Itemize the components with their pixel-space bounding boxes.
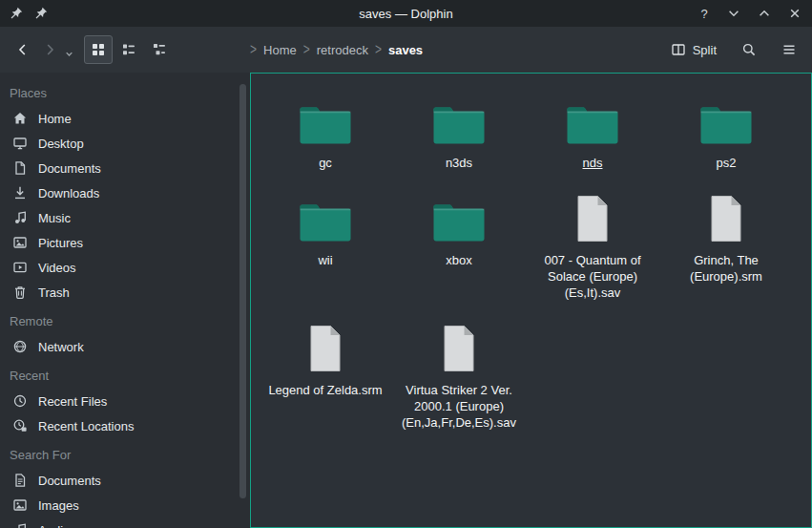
close-button[interactable] — [787, 6, 802, 21]
window-controls: ? — [697, 0, 802, 27]
folder-item-n3ds[interactable]: n3ds — [392, 91, 526, 171]
search-images-icon — [12, 497, 28, 513]
sidebar-item-label: Audio — [38, 523, 70, 528]
folder-icon — [565, 91, 620, 146]
file-item-virtua-striker-2-ver-2000-1-europe-en-ja[interactable]: Virtua Striker 2 Ver. 2000.1 (Europe) (E… — [392, 318, 526, 431]
window-title: saves — Dolphin — [0, 7, 812, 21]
recent-files-icon — [12, 393, 28, 409]
folder-item-gc[interactable]: gc — [259, 91, 392, 171]
maximize-button[interactable] — [757, 6, 772, 21]
folder-icon — [698, 91, 754, 146]
file-item-grinch-the-europe-srm[interactable]: Grinch, The (Europe).srm — [659, 188, 793, 301]
recent-locations-icon — [12, 418, 28, 433]
trash-icon — [12, 285, 28, 300]
sidebar-item-label: Home — [38, 112, 72, 126]
forward-button[interactable] — [36, 36, 63, 63]
sidebar-item-label: Downloads — [38, 186, 99, 201]
file-icon — [573, 188, 612, 243]
sidebar-scrollbar[interactable] — [239, 84, 246, 498]
sidebar-item-trash[interactable]: Trash — [0, 280, 250, 305]
item-label: nds — [583, 155, 603, 171]
split-view-icon — [671, 42, 686, 57]
file-item-legend-of-zelda-srm[interactable]: Legend of Zelda.srm — [259, 318, 392, 431]
item-label: xbox — [446, 252, 471, 268]
toolbar-right: Split — [665, 36, 802, 63]
dolphin-window: saves — Dolphin ? >Home>retrodeck>saves … — [0, 0, 812, 528]
breadcrumb: >Home>retrodeck>saves — [250, 43, 665, 57]
sidebar-item-label: Network — [38, 340, 84, 354]
item-label: wii — [318, 252, 332, 268]
sidebar-item-audio[interactable]: Audio — [0, 517, 250, 528]
places-panel: PlacesHomeDesktopDocumentsDownloadsMusic… — [0, 73, 250, 528]
sidebar-item-desktop[interactable]: Desktop — [0, 131, 250, 156]
breadcrumb-item-retrodeck[interactable]: retrodeck — [317, 43, 368, 57]
folder-item-xbox[interactable]: xbox — [392, 188, 526, 301]
folder-item-wii[interactable]: wii — [259, 188, 392, 301]
file-item-007-quantum-of-solace-europe-es-it-sav[interactable]: 007 - Quantum of Solace (Europe) (Es,It)… — [526, 188, 659, 301]
split-button-label: Split — [693, 43, 717, 57]
pin-icon[interactable] — [9, 6, 24, 21]
view-mode-group — [84, 35, 174, 64]
section-header-search-for: Search For — [0, 438, 250, 468]
file-view: gc n3ds nds ps2 wii xbox 007 - Quantum o… — [250, 73, 812, 528]
sidebar-item-documents[interactable]: Documents — [0, 468, 250, 493]
sidebar-item-network[interactable]: Network — [0, 334, 250, 359]
sidebar-item-recent-locations[interactable]: Recent Locations — [0, 413, 250, 438]
documents-icon — [12, 160, 28, 176]
icons-view-button[interactable] — [84, 35, 113, 64]
folder-icon — [298, 91, 353, 146]
breadcrumb-item-saves[interactable]: saves — [388, 43, 423, 57]
tree-view-button[interactable] — [145, 35, 174, 64]
folder-item-ps2[interactable]: ps2 — [659, 91, 793, 171]
sidebar-item-label: Images — [38, 498, 79, 513]
toolbar: >Home>retrodeck>saves Split — [0, 27, 812, 73]
file-icon — [306, 318, 344, 373]
section-header-remote: Remote — [0, 305, 250, 334]
folder-icon — [431, 188, 487, 243]
content-area: PlacesHomeDesktopDocumentsDownloadsMusic… — [0, 73, 812, 528]
back-button[interactable] — [10, 36, 36, 63]
home-icon — [12, 111, 28, 126]
breadcrumb-item-home[interactable]: Home — [263, 43, 297, 57]
desktop-icon — [12, 136, 28, 151]
section-header-places: Places — [0, 76, 250, 106]
search-button[interactable] — [736, 36, 762, 63]
sidebar-item-pictures[interactable]: Pictures — [0, 230, 250, 255]
titlebar: saves — Dolphin ? — [0, 0, 812, 27]
sidebar-item-recent-files[interactable]: Recent Files — [0, 389, 250, 413]
sidebar-item-images[interactable]: Images — [0, 493, 250, 517]
file-icon — [440, 318, 478, 373]
help-icon[interactable]: ? — [697, 6, 711, 21]
sidebar-item-documents[interactable]: Documents — [0, 156, 250, 180]
videos-icon — [12, 260, 28, 275]
hamburger-menu-button[interactable] — [776, 36, 802, 63]
details-view-button[interactable] — [115, 35, 143, 64]
minimize-button[interactable] — [726, 6, 741, 21]
sidebar-item-label: Desktop — [38, 137, 84, 151]
breadcrumb-separator-icon: > — [303, 41, 310, 58]
item-label: gc — [319, 155, 332, 171]
folder-icon — [431, 91, 487, 146]
pictures-icon — [12, 235, 28, 250]
sidebar-item-label: Trash — [38, 285, 70, 300]
sidebar-item-label: Recent Locations — [38, 419, 134, 433]
sidebar-item-downloads[interactable]: Downloads — [0, 180, 250, 205]
breadcrumb-separator-icon: > — [375, 41, 382, 58]
split-button[interactable]: Split — [665, 38, 722, 61]
search-documents-icon — [12, 473, 28, 488]
sidebar-item-label: Videos — [38, 261, 76, 275]
file-grid: gc n3ds nds ps2 wii xbox 007 - Quantum o… — [251, 74, 811, 431]
folder-item-nds[interactable]: nds — [526, 91, 659, 171]
music-icon — [12, 210, 28, 225]
item-label: ps2 — [717, 155, 737, 171]
history-dropdown-icon[interactable] — [63, 36, 74, 63]
pin-icon[interactable] — [33, 6, 49, 21]
sidebar-item-label: Documents — [38, 474, 101, 488]
sidebar-item-videos[interactable]: Videos — [0, 255, 250, 280]
sidebar-item-music[interactable]: Music — [0, 205, 250, 230]
sidebar-item-home[interactable]: Home — [0, 106, 250, 131]
item-label: n3ds — [446, 155, 472, 171]
titlebar-left-icons — [9, 0, 49, 27]
search-audio-icon — [12, 522, 28, 528]
sidebar-item-label: Pictures — [38, 236, 83, 250]
